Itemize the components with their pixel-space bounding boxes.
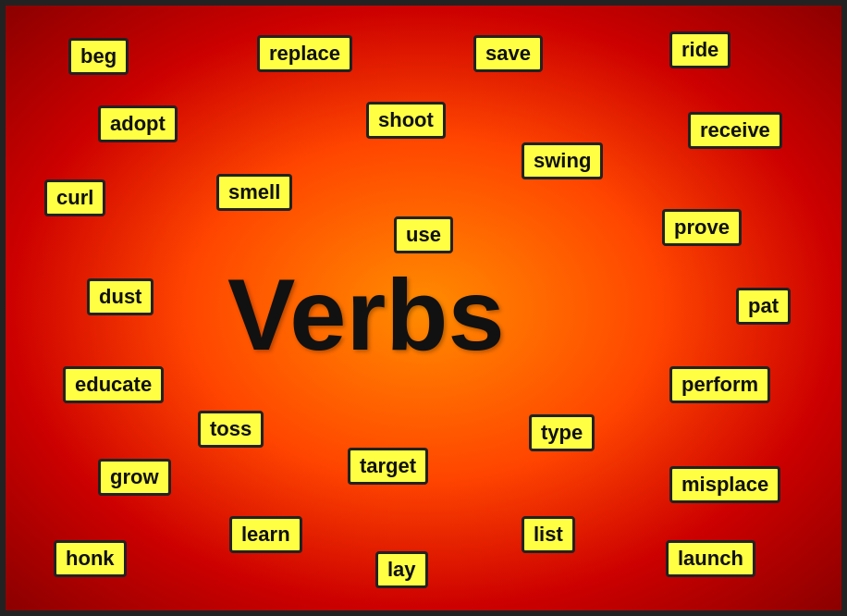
- verb-tag-honk[interactable]: honk: [54, 540, 127, 577]
- verb-tag-ride[interactable]: ride: [669, 31, 730, 68]
- verb-tag-curl[interactable]: curl: [44, 179, 105, 216]
- verb-tag-use[interactable]: use: [394, 216, 453, 253]
- verb-tag-save[interactable]: save: [473, 35, 543, 72]
- verb-tag-replace[interactable]: replace: [257, 35, 352, 72]
- verb-tag-learn[interactable]: learn: [229, 516, 302, 553]
- verb-tag-beg[interactable]: beg: [68, 38, 129, 75]
- main-canvas: Verbs begreplacesaverideadoptshootswingr…: [0, 0, 847, 616]
- verb-tag-grow[interactable]: grow: [98, 459, 171, 496]
- verb-tag-shoot[interactable]: shoot: [366, 102, 446, 139]
- verb-tag-misplace[interactable]: misplace: [669, 466, 780, 503]
- verb-tag-smell[interactable]: smell: [216, 174, 292, 211]
- verb-tag-educate[interactable]: educate: [63, 366, 164, 403]
- verb-tag-adopt[interactable]: adopt: [98, 105, 178, 142]
- verb-tag-prove[interactable]: prove: [662, 209, 742, 246]
- verb-tag-toss[interactable]: toss: [198, 411, 264, 448]
- verb-tag-list[interactable]: list: [522, 516, 575, 553]
- verb-tag-lay[interactable]: lay: [375, 551, 428, 588]
- verb-tag-type[interactable]: type: [529, 414, 595, 451]
- verb-tag-receive[interactable]: receive: [688, 112, 782, 149]
- verb-tag-pat[interactable]: pat: [736, 288, 791, 325]
- verb-tag-launch[interactable]: launch: [666, 540, 755, 577]
- verb-tag-target[interactable]: target: [348, 448, 428, 485]
- verb-tag-swing[interactable]: swing: [522, 142, 603, 179]
- page-title: Verbs: [227, 255, 505, 373]
- verb-tag-dust[interactable]: dust: [87, 278, 153, 315]
- verb-tag-perform[interactable]: perform: [669, 366, 770, 403]
